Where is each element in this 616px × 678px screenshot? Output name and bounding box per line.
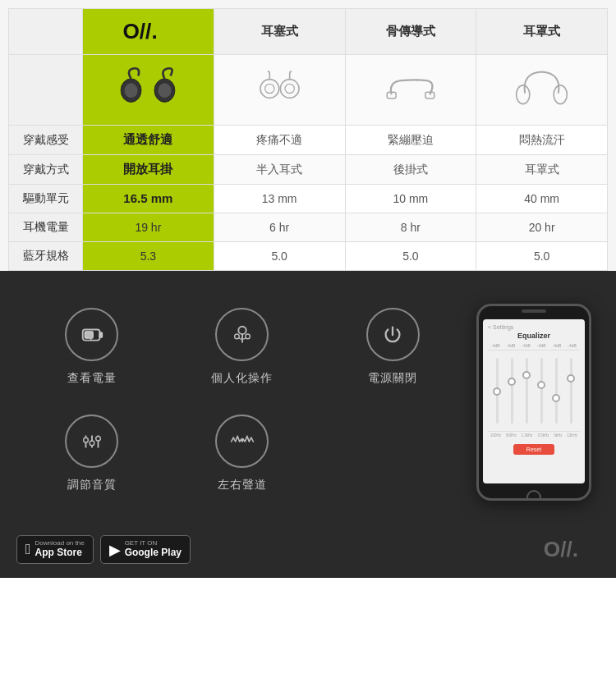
comparison-section: O//. 耳塞式 骨傳導式 耳罩式 — [0, 0, 616, 271]
icon-row-earbud — [214, 55, 345, 126]
googleplay-icon: ▶ — [109, 541, 121, 559]
row-0-feature: 穿戴感受 — [9, 126, 83, 155]
col-header-earcup: 耳罩式 — [476, 9, 608, 55]
phone-mockup: < Settings Equalizer -4dB -4dB -4dB -4dB… — [476, 304, 591, 501]
phone-settings-header: < Settings — [488, 324, 580, 330]
svg-text:O//.: O//. — [123, 19, 158, 44]
row-0-earbud: 疼痛不適 — [214, 126, 345, 155]
row-1-oii: 開放耳掛 — [83, 155, 214, 185]
oii-headphone-icon — [115, 62, 181, 115]
col-header-oii: O//. — [83, 9, 214, 55]
row-2-bone: 10 mm — [345, 185, 476, 213]
apple-icon:  — [25, 541, 31, 558]
svg-point-18 — [246, 334, 251, 339]
appstore-badge[interactable]:  Download on the App Store — [16, 535, 94, 565]
row-0-bone: 緊繃壓迫 — [345, 126, 476, 155]
svg-text:O//.: O//. — [544, 537, 578, 561]
row-3-bone: 8 hr — [345, 213, 476, 242]
svg-point-17 — [235, 334, 240, 339]
row-2-earcup: 40 mm — [476, 185, 608, 213]
feature-stereo-label: 左右聲道 — [218, 478, 267, 492]
row-3-oii: 19 hr — [83, 213, 214, 242]
svg-point-22 — [90, 441, 94, 446]
googleplay-badge[interactable]: ▶ GET IT ON Google Play — [100, 535, 191, 565]
waveform-icon — [230, 429, 255, 454]
feature-power: 電源關閉 — [318, 295, 468, 402]
features-section: 查看電量 個人化操作 — [0, 271, 616, 525]
phone-screen: < Settings Equalizer -4dB -4dB -4dB -4dB… — [483, 319, 585, 483]
svg-point-11 — [517, 85, 530, 104]
eq-bar-1 — [496, 350, 499, 431]
row-4-earbud: 5.0 — [214, 242, 345, 271]
row-4-earcup: 5.0 — [476, 242, 608, 271]
feature-personal-label: 個人化操作 — [211, 371, 273, 386]
feature-stereo: 左右聲道 — [167, 402, 317, 509]
row-1-earcup: 耳罩式 — [476, 155, 608, 185]
bone-icon — [382, 66, 439, 111]
touch-icon-circle — [215, 308, 269, 361]
feature-equalizer-label: 調節音質 — [67, 478, 117, 492]
oii-logo-footer: O//. — [542, 534, 600, 562]
svg-point-5 — [260, 79, 279, 98]
feature-battery-label: 查看電量 — [67, 371, 117, 386]
col-header-feature — [9, 9, 83, 55]
svg-point-16 — [238, 326, 246, 333]
reset-button[interactable]: Reset — [513, 444, 554, 455]
col-header-bone: 骨傳導式 — [345, 9, 476, 55]
row-3-earcup: 20 hr — [476, 213, 608, 242]
oii-logo-header: O//. — [119, 16, 177, 44]
equalizer-bars — [488, 350, 580, 432]
power-icon — [380, 323, 405, 347]
row-2-feature: 驅動單元 — [9, 185, 83, 213]
earcup-icon — [515, 66, 568, 111]
feature-equalizer: 調節音質 — [16, 402, 167, 509]
svg-point-12 — [554, 85, 567, 104]
eq-bar-5 — [555, 350, 558, 431]
row-0-earcup: 悶熱流汗 — [476, 126, 608, 155]
touch-icon — [230, 323, 255, 347]
row-4-oii: 5.3 — [83, 242, 214, 271]
svg-point-24 — [95, 436, 100, 441]
row-1-bone: 後掛式 — [345, 155, 476, 185]
phone-equalizer-title: Equalizer — [488, 332, 580, 340]
row-3-feature: 耳機電量 — [9, 213, 83, 242]
battery-icon — [80, 323, 104, 347]
store-badges:  Download on the App Store ▶ GET IT ON … — [16, 535, 191, 565]
svg-point-4 — [159, 83, 172, 98]
eq-bar-4 — [540, 350, 543, 431]
svg-point-8 — [285, 84, 294, 93]
power-icon-circle — [366, 308, 420, 361]
svg-point-2 — [125, 83, 138, 98]
feature-power-label: 電源關閉 — [368, 371, 417, 386]
eq-bar-3 — [526, 350, 528, 431]
row-1-feature: 穿戴方式 — [9, 155, 83, 185]
icon-row-feature — [9, 55, 83, 126]
svg-point-6 — [264, 84, 274, 93]
row-2-earbud: 13 mm — [214, 185, 345, 213]
bottom-bar:  Download on the App Store ▶ GET IT ON … — [0, 525, 616, 578]
row-0-oii: 通透舒適 — [83, 126, 214, 155]
appstore-text: Download on the App Store — [35, 540, 85, 560]
waveform-icon-circle — [215, 415, 269, 468]
eq-bar-2 — [511, 350, 513, 431]
icon-row-earcup — [476, 55, 608, 126]
row-4-bone: 5.0 — [345, 242, 476, 271]
feature-battery: 查看電量 — [16, 295, 167, 402]
comparison-table: O//. 耳塞式 骨傳導式 耳罩式 — [8, 8, 608, 271]
equalizer-icon — [80, 429, 104, 454]
battery-icon-circle — [65, 308, 118, 361]
row-3-earbud: 6 hr — [214, 213, 345, 242]
row-4-feature: 藍牙規格 — [9, 242, 83, 271]
feature-empty — [318, 402, 468, 509]
svg-point-7 — [280, 79, 299, 98]
googleplay-text: GET IT ON Google Play — [125, 540, 182, 560]
earbud-icon — [253, 67, 306, 110]
svg-rect-14 — [99, 332, 102, 337]
icon-row-bone — [345, 55, 476, 126]
eq-bar-6 — [570, 350, 572, 431]
row-2-oii: 16.5 mm — [83, 185, 214, 213]
row-1-earbud: 半入耳式 — [214, 155, 345, 185]
svg-point-20 — [83, 437, 88, 442]
col-header-earbud: 耳塞式 — [214, 9, 345, 55]
feature-personal: 個人化操作 — [167, 295, 317, 402]
